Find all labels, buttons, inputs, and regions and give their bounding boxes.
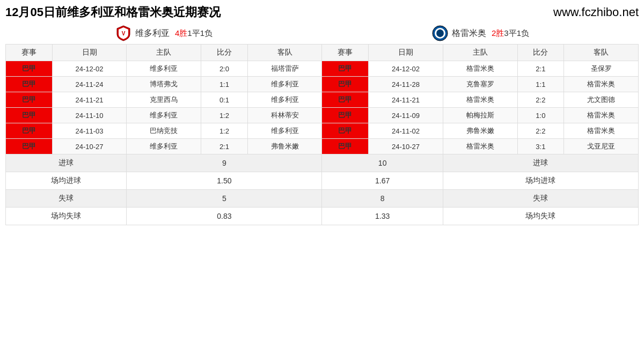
left-away: 福塔雷萨 (247, 61, 322, 77)
right-home: 克鲁塞罗 (443, 77, 517, 92)
right-team-logo (431, 25, 449, 42)
left-goals-value: 9 (127, 154, 322, 172)
left-date: 24-12-02 (52, 61, 127, 77)
right-match-type: 巴甲 (322, 61, 369, 77)
right-team-name: 格雷米奥 (452, 28, 486, 39)
concede-stat-row: 失球 5 8 失球 (6, 190, 639, 208)
left-team-record-draw: 1平 (187, 28, 200, 39)
left-team-record-win: 4胜 (175, 28, 187, 39)
col-match-right: 赛事 (322, 45, 369, 61)
col-date-left: 日期 (52, 45, 127, 61)
right-score: 1:0 (517, 108, 564, 123)
right-team-header: 格雷米奥 2胜 3平 1负 (322, 25, 639, 42)
right-home: 格雷米奥 (443, 92, 517, 108)
right-avg-goals-label: 场均进球 (443, 172, 638, 190)
right-concede-label: 失球 (443, 190, 638, 208)
right-date: 24-11-09 (369, 108, 443, 123)
left-avg-concede-value: 0.83 (127, 208, 322, 225)
left-away: 科林蒂安 (247, 108, 322, 123)
left-home: 巴纳竞技 (127, 123, 201, 139)
left-date: 24-11-10 (52, 108, 127, 123)
avg-concede-stat-row: 场均失球 0.83 1.33 场均失球 (6, 208, 639, 225)
right-match-type: 巴甲 (322, 92, 369, 108)
left-score: 1:1 (201, 77, 248, 92)
col-away-left: 客队 (247, 45, 322, 61)
col-score-right: 比分 (517, 45, 564, 61)
left-home: 博塔弗戈 (127, 77, 201, 92)
right-away: 格雷米奥 (564, 77, 639, 92)
left-match-type: 巴甲 (6, 123, 53, 139)
right-away: 戈亚尼亚 (564, 139, 639, 154)
right-away: 格雷米奥 (564, 108, 639, 123)
right-date: 24-10-27 (369, 139, 443, 154)
left-score: 2:0 (201, 61, 248, 77)
col-date-right: 日期 (369, 45, 443, 61)
left-score: 2:1 (201, 139, 248, 154)
avg-goals-stat-row: 场均进球 1.50 1.67 场均进球 (6, 172, 639, 190)
right-date: 24-11-02 (369, 123, 443, 139)
right-away: 尤文图德 (564, 92, 639, 108)
left-date: 24-11-21 (52, 92, 127, 108)
col-away-right: 客队 (564, 45, 639, 61)
left-avg-goals-label: 场均进球 (6, 172, 127, 190)
right-score: 3:1 (517, 139, 564, 154)
site-url: www.fczhibo.net (553, 5, 639, 19)
table-header-row: 赛事 日期 主队 比分 客队 赛事 日期 主队 比分 客队 (6, 45, 639, 61)
col-home-left: 主队 (127, 45, 201, 61)
left-home: 维多利亚 (127, 139, 201, 154)
left-goals-label: 进球 (6, 154, 127, 172)
left-away: 维多利亚 (247, 92, 322, 108)
left-date: 24-11-24 (52, 77, 127, 92)
left-team-logo: V (115, 25, 132, 42)
left-avg-concede-label: 场均失球 (6, 208, 127, 225)
left-home: 克里西乌 (127, 92, 201, 108)
left-team-record-loss: 1负 (200, 28, 213, 39)
svg-text:V: V (122, 31, 126, 36)
right-team-record-loss: 1负 (517, 28, 529, 39)
left-away: 维多利亚 (247, 77, 322, 92)
table-row: 巴甲 24-11-10 维多利亚 1:2 科林蒂安 巴甲 24-11-09 帕梅… (6, 108, 639, 123)
right-match-type: 巴甲 (322, 139, 369, 154)
col-home-right: 主队 (443, 45, 517, 61)
col-match-left: 赛事 (6, 45, 53, 61)
table-row: 巴甲 24-12-02 维多利亚 2:0 福塔雷萨 巴甲 24-12-02 格雷… (6, 61, 639, 77)
right-home: 格雷米奥 (443, 139, 517, 154)
right-match-type: 巴甲 (322, 108, 369, 123)
right-score: 2:2 (517, 123, 564, 139)
table-row: 巴甲 24-11-21 克里西乌 0:1 维多利亚 巴甲 24-11-21 格雷… (6, 92, 639, 108)
goals-stat-row: 进球 9 10 进球 (6, 154, 639, 172)
right-team-record-draw: 3平 (504, 28, 516, 39)
left-match-type: 巴甲 (6, 139, 53, 154)
right-home: 弗鲁米嫩 (443, 123, 517, 139)
right-team-record-win: 2胜 (492, 28, 504, 39)
left-match-type: 巴甲 (6, 77, 53, 92)
right-goals-label: 进球 (443, 154, 638, 172)
right-score: 2:1 (517, 61, 564, 77)
right-avg-concede-label: 场均失球 (443, 208, 638, 225)
left-date: 24-11-03 (52, 123, 127, 139)
left-score: 0:1 (201, 92, 248, 108)
right-goals-value: 10 (322, 154, 443, 172)
col-score-left: 比分 (201, 45, 248, 61)
left-concede-value: 5 (127, 190, 322, 208)
right-away: 格雷米奥 (564, 123, 639, 139)
right-date: 24-11-28 (369, 77, 443, 92)
main-table: 赛事 日期 主队 比分 客队 赛事 日期 主队 比分 客队 巴甲 24-12-0… (5, 44, 639, 225)
right-match-type: 巴甲 (322, 77, 369, 92)
right-away: 圣保罗 (564, 61, 639, 77)
right-score: 1:1 (517, 77, 564, 92)
left-home: 维多利亚 (127, 61, 201, 77)
left-date: 24-10-27 (52, 139, 127, 154)
left-match-type: 巴甲 (6, 92, 53, 108)
right-score: 2:2 (517, 92, 564, 108)
left-home: 维多利亚 (127, 108, 201, 123)
right-concede-value: 8 (322, 190, 443, 208)
right-home: 格雷米奥 (443, 61, 517, 77)
left-match-type: 巴甲 (6, 61, 53, 77)
page-title: 12月05日前维多利亚和格雷米奥近期赛况 (5, 4, 221, 20)
left-match-type: 巴甲 (6, 108, 53, 123)
right-home: 帕梅拉斯 (443, 108, 517, 123)
right-date: 24-12-02 (369, 61, 443, 77)
left-avg-goals-value: 1.50 (127, 172, 322, 190)
left-score: 1:2 (201, 108, 248, 123)
